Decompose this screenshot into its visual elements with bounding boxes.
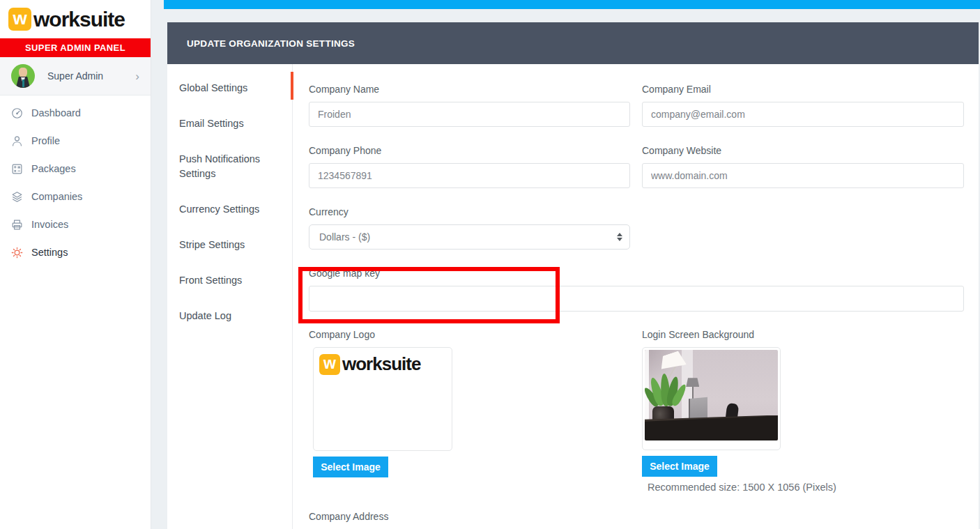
settings-card: UPDATE ORGANIZATION SETTINGS Global Sett… — [167, 22, 979, 529]
company-website-input[interactable] — [642, 163, 964, 188]
packages-icon — [10, 162, 24, 176]
tab-email-settings[interactable]: Email Settings — [179, 116, 281, 131]
google-map-key-label: Google map key — [309, 268, 964, 279]
app-logo: w worksuite — [0, 0, 151, 38]
global-settings-form: Company Name Company Email Company Phone… — [293, 64, 979, 529]
sidebar-item-label: Companies — [31, 191, 82, 202]
sidebar-item-label: Dashboard — [31, 107, 81, 118]
tab-front-settings[interactable]: Front Settings — [179, 273, 281, 288]
company-email-label: Company Email — [642, 84, 964, 95]
sidebar-item-label: Invoices — [31, 219, 68, 230]
currency-label: Currency — [309, 206, 630, 218]
tab-global-settings[interactable]: Global Settings — [179, 81, 281, 95]
select-background-image-button[interactable]: Select Image — [642, 456, 717, 477]
sidebar-menu: Dashboard Profile Packages — [0, 95, 151, 266]
login-background-preview — [642, 347, 781, 450]
tab-push-notifications-settings[interactable]: Push Notifications Settings — [179, 152, 281, 181]
invoices-icon — [10, 217, 24, 231]
worksuite-logo-text: worksuite — [342, 353, 420, 375]
tab-currency-settings[interactable]: Currency Settings — [179, 202, 281, 217]
login-screen-background-label: Login Screen Background — [642, 329, 851, 341]
company-website-label: Company Website — [642, 145, 964, 157]
sidebar-item-settings[interactable]: Settings — [0, 238, 151, 266]
sidebar-item-label: Profile — [31, 135, 60, 146]
tab-update-log[interactable]: Update Log — [179, 309, 281, 323]
company-phone-label: Company Phone — [309, 145, 630, 157]
desk-photo — [645, 350, 778, 440]
select-arrows-icon — [617, 233, 622, 241]
currency-select[interactable]: Dollars - ($) — [309, 224, 630, 250]
recommended-size-hint: Recommended size: 1500 X 1056 (Pixels) — [648, 482, 836, 493]
sidebar-item-profile[interactable]: Profile — [0, 127, 151, 155]
user-profile-row[interactable]: Super Admin › — [0, 57, 151, 95]
worksuite-logo-icon: w — [8, 8, 31, 31]
company-email-input[interactable] — [642, 102, 964, 127]
company-phone-input[interactable] — [309, 163, 630, 188]
tab-stripe-settings[interactable]: Stripe Settings — [179, 238, 281, 252]
currency-selected-value: Dollars - ($) — [319, 231, 370, 243]
sidebar-item-label: Packages — [31, 163, 76, 174]
card-header: UPDATE ORGANIZATION SETTINGS — [167, 22, 979, 64]
companies-icon — [10, 190, 24, 204]
sidebar-item-dashboard[interactable]: Dashboard — [0, 99, 151, 127]
sidebar-item-packages[interactable]: Packages — [0, 155, 151, 183]
page-title: UPDATE ORGANIZATION SETTINGS — [187, 38, 355, 49]
top-accent-bar — [164, 0, 980, 9]
chevron-right-icon: › — [135, 70, 139, 82]
company-name-label: Company Name — [309, 84, 630, 95]
sidebar: w worksuite SUPER ADMIN PANEL Super Admi… — [0, 0, 151, 529]
settings-icon — [10, 245, 24, 259]
company-logo-label: Company Logo — [309, 329, 494, 341]
sidebar-item-invoices[interactable]: Invoices — [0, 210, 151, 238]
company-logo-preview: w worksuite — [313, 347, 452, 451]
avatar — [11, 64, 35, 88]
profile-icon — [10, 134, 24, 148]
settings-tabs: Global Settings Email Settings Push Noti… — [167, 64, 293, 529]
select-logo-image-button[interactable]: Select Image — [313, 457, 388, 477]
google-map-key-input[interactable] — [309, 286, 964, 312]
user-name: Super Admin — [47, 70, 103, 82]
company-name-input[interactable] — [309, 102, 630, 127]
dashboard-icon — [10, 106, 24, 120]
worksuite-logo-icon: w — [319, 354, 340, 375]
company-address-label: Company Address — [309, 511, 588, 523]
sidebar-item-companies[interactable]: Companies — [0, 183, 151, 210]
worksuite-logo-text: worksuite — [33, 8, 125, 31]
sidebar-item-label: Settings — [31, 247, 68, 258]
super-admin-panel-banner: SUPER ADMIN PANEL — [0, 38, 151, 57]
